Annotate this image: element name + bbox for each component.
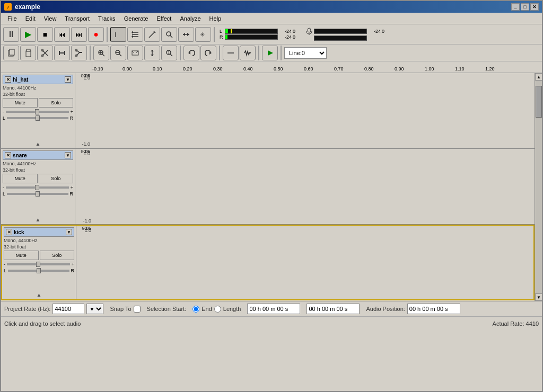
gain-minus-hi-hat: - — [3, 109, 4, 114]
ruler-label-000: 0.00 — [122, 66, 132, 72]
svg-line-32 — [119, 54, 121, 56]
pan-slider-kick[interactable] — [8, 270, 69, 272]
project-rate-input[interactable] — [52, 304, 84, 314]
track-header-hi-hat: ✕ hi_hat ▼ Mono, 44100Hz 32-bit float Mu… — [1, 73, 75, 148]
mute-snare[interactable]: Mute — [3, 174, 38, 183]
copy-button[interactable] — [3, 46, 19, 60]
gain-thumb-kick[interactable] — [36, 262, 40, 267]
mute-hi-hat[interactable]: Mute — [3, 98, 38, 108]
rewind-button[interactable]: ⏮ — [54, 27, 70, 42]
track-dropdown-hi-hat[interactable]: ▼ — [65, 76, 71, 83]
draw-tool-button[interactable] — [144, 27, 160, 42]
scroll-down-arrow[interactable]: ▼ — [535, 293, 542, 301]
menu-effect[interactable]: Effect — [153, 14, 176, 23]
project-rate-dropdown[interactable]: ▼ — [86, 304, 103, 314]
play-button[interactable]: ▶ — [20, 27, 36, 42]
gain-slider-kick[interactable] — [7, 263, 70, 265]
ruler-label-060: 0.60 — [304, 66, 313, 72]
paste-button[interactable] — [20, 46, 36, 60]
ruler-ticks: -0.10 0.00 0.10 0.20 0.30 0.40 0.50 0.60… — [92, 61, 542, 73]
vu-R-label: R — [220, 34, 224, 40]
length-radio[interactable] — [214, 306, 221, 313]
fit-project-button[interactable] — [127, 46, 143, 60]
silence-button[interactable] — [54, 46, 70, 60]
gain-slider-snare[interactable] — [6, 186, 69, 189]
pan-thumb-snare[interactable] — [36, 191, 40, 197]
scroll-track[interactable] — [535, 81, 542, 293]
pan-thumb-hi-hat[interactable] — [36, 115, 40, 121]
toolbar-transport: ⏸ ▶ ■ ⏮ ⏭ ● I ✳ L -24 0 R — [1, 24, 542, 44]
track-expand-snare[interactable]: ▲ — [3, 217, 73, 222]
end-time-input[interactable] — [306, 304, 360, 314]
gain-thumb-hi-hat[interactable] — [35, 109, 39, 114]
solo-kick[interactable]: Solo — [40, 251, 75, 260]
pan-thumb-kick[interactable] — [37, 268, 41, 273]
svg-marker-1 — [132, 31, 133, 34]
scroll-thumb[interactable] — [536, 86, 542, 118]
separator-2 — [214, 27, 215, 42]
menu-view[interactable]: View — [40, 14, 61, 23]
track-info2-snare: 32-bit float — [3, 167, 73, 173]
solo-snare[interactable]: Solo — [39, 174, 74, 183]
vertical-scrollbar[interactable]: ▲ ▼ — [535, 73, 542, 301]
start-time-input[interactable] — [247, 304, 300, 314]
zoom-tool-button[interactable] — [161, 27, 177, 42]
play-at-speed-button[interactable] — [262, 46, 278, 60]
svg-rect-21 — [64, 51, 65, 55]
fit-vertical-button[interactable] — [144, 46, 160, 60]
track-expand-kick[interactable]: ▲ — [4, 292, 74, 298]
zoom-in-button[interactable] — [93, 46, 109, 60]
gain-thumb-snare[interactable] — [35, 185, 39, 190]
menu-analyze[interactable]: Analyze — [176, 14, 205, 23]
trim-button[interactable] — [71, 46, 87, 60]
snap-to-checkbox[interactable] — [134, 306, 141, 313]
forward-button[interactable]: ⏭ — [71, 27, 87, 42]
draw-silence-button[interactable] — [223, 46, 239, 60]
menu-file[interactable]: File — [3, 14, 21, 23]
minimize-button[interactable]: _ — [511, 3, 520, 11]
ruler-label-010: 0.10 — [153, 66, 162, 72]
multi-tool-button[interactable]: ✳ — [195, 27, 211, 42]
menu-help[interactable]: Help — [205, 14, 226, 23]
scroll-up-arrow[interactable]: ▲ — [535, 73, 542, 81]
audio-position-input[interactable] — [407, 304, 460, 314]
ruler-label-040: 0.40 — [243, 66, 253, 72]
track-close-kick[interactable]: ✕ — [6, 229, 12, 235]
tracks-container[interactable]: ✕ hi_hat ▼ Mono, 44100Hz 32-bit float Mu… — [1, 73, 535, 301]
track-close-snare[interactable]: ✕ — [5, 152, 11, 158]
menu-generate[interactable]: Generate — [120, 14, 153, 23]
pan-slider-snare[interactable] — [7, 193, 68, 195]
zoom-out-button[interactable] — [110, 46, 126, 60]
line-selector[interactable]: Line:0 — [284, 47, 327, 59]
track-dropdown-snare[interactable]: ▼ — [65, 152, 71, 158]
select-tool-button[interactable] — [127, 27, 143, 42]
restore-button[interactable]: □ — [521, 3, 529, 11]
zoom-normal-button[interactable]: 1 — [161, 46, 177, 60]
close-button[interactable]: ✕ — [530, 3, 539, 11]
svg-point-9 — [308, 28, 311, 32]
draw-waveform-button[interactable] — [240, 46, 256, 60]
gain-plus-hi-hat: + — [71, 109, 73, 114]
track-close-hi-hat[interactable]: ✕ — [5, 76, 11, 83]
pause-button[interactable]: ⏸ — [3, 27, 19, 42]
menu-tracks[interactable]: Tracks — [94, 14, 120, 23]
undo-button[interactable] — [183, 46, 199, 60]
solo-hi-hat[interactable]: Solo — [39, 98, 74, 108]
status-row2: Click and drag to select audio Actual Ra… — [1, 316, 542, 330]
end-radio[interactable] — [192, 306, 199, 313]
cut-button[interactable] — [37, 46, 53, 60]
menu-transport[interactable]: Transport — [60, 14, 94, 23]
timeshift-tool-button[interactable] — [178, 27, 194, 42]
svg-marker-46 — [268, 50, 273, 56]
menu-edit[interactable]: Edit — [21, 14, 40, 23]
pan-slider-hi-hat[interactable] — [7, 117, 68, 119]
mute-kick[interactable]: Mute — [4, 251, 39, 260]
track-expand-hi-hat[interactable]: ▲ — [3, 141, 73, 147]
record-button[interactable]: ● — [88, 27, 104, 42]
track-dropdown-kick[interactable]: ▼ — [66, 229, 72, 235]
stop-button[interactable]: ■ — [37, 27, 53, 42]
selection-start-group: Selection Start: — [147, 306, 187, 312]
gain-slider-hi-hat[interactable] — [6, 111, 69, 113]
cursor-tool-button[interactable]: I — [110, 27, 126, 42]
redo-button[interactable] — [200, 46, 216, 60]
